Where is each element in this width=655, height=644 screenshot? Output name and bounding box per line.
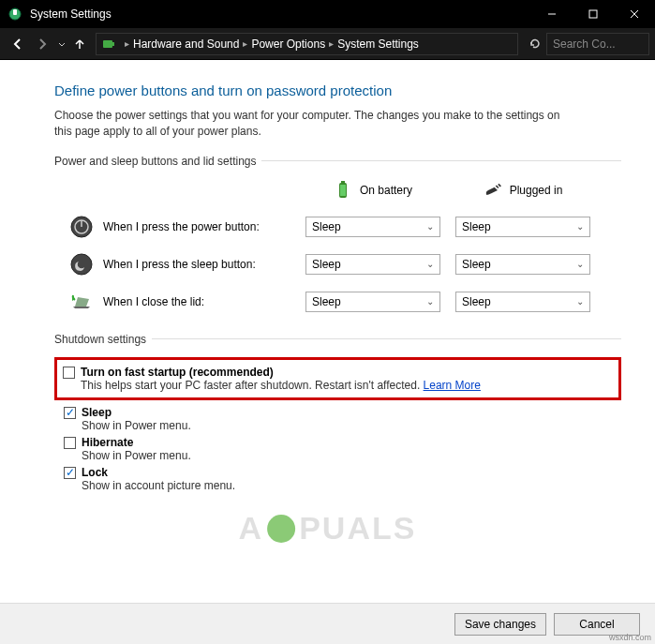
- sleep-option: ✓ Sleep Show in Power menu.: [54, 404, 621, 434]
- breadcrumb-item[interactable]: Power Options: [251, 37, 325, 51]
- battery-icon: [100, 36, 117, 52]
- recent-dropdown[interactable]: [54, 32, 69, 56]
- power-button-battery-select[interactable]: Sleep⌄: [305, 217, 440, 237]
- chevron-down-icon: ⌄: [576, 259, 584, 269]
- row-power-button: When I press the power button:: [54, 215, 298, 239]
- chevron-right-icon: ▸: [243, 38, 247, 49]
- lock-option: ✓ Lock Show in account picture menu.: [54, 464, 621, 494]
- breadcrumb-item[interactable]: Hardware and Sound: [133, 37, 239, 51]
- row-label-text: When I close the lid:: [103, 295, 204, 308]
- fast-startup-option: Turn on fast startup (recommended) This …: [63, 364, 611, 394]
- fast-startup-checkbox[interactable]: [63, 367, 75, 379]
- plug-icon: [484, 179, 502, 202]
- breadcrumb[interactable]: ▸ Hardware and Sound ▸ Power Options ▸ S…: [96, 33, 518, 55]
- lock-description: Show in account picture menu.: [82, 479, 235, 492]
- fast-startup-label: Turn on fast startup (recommended): [81, 366, 481, 379]
- settings-icon: [7, 7, 22, 22]
- column-label: Plugged in: [510, 184, 563, 197]
- chevron-down-icon: ⌄: [576, 221, 584, 232]
- content-area: Define power buttons and turn on passwor…: [0, 60, 655, 603]
- lock-label: Lock: [82, 466, 235, 479]
- sleep-icon: [69, 252, 94, 277]
- chevron-right-icon: ▸: [125, 38, 129, 49]
- minimize-button[interactable]: [531, 0, 573, 28]
- highlight-annotation: Turn on fast startup (recommended) This …: [54, 357, 621, 400]
- breadcrumb-item[interactable]: System Settings: [337, 37, 419, 51]
- save-changes-button[interactable]: Save changes: [454, 613, 546, 636]
- column-label: On battery: [360, 184, 412, 197]
- row-close-lid: When I close the lid:: [54, 290, 298, 314]
- column-on-battery: On battery: [298, 179, 448, 202]
- hibernate-label: Hibernate: [82, 436, 191, 449]
- search-input[interactable]: Search Co...: [546, 33, 649, 55]
- navbar: ▸ Hardware and Sound ▸ Power Options ▸ S…: [0, 28, 655, 60]
- power-button-plugged-select[interactable]: Sleep⌄: [455, 217, 590, 237]
- watermark-logo-icon: [267, 515, 295, 543]
- divider: [152, 338, 621, 339]
- forward-button[interactable]: [30, 32, 54, 56]
- close-button[interactable]: [614, 0, 655, 28]
- power-settings-table: On battery Plugged in When I press the p…: [54, 179, 621, 314]
- lock-checkbox[interactable]: ✓: [64, 467, 76, 479]
- learn-more-link[interactable]: Learn More: [424, 379, 481, 392]
- svg-line-11: [496, 186, 499, 188]
- svg-rect-9: [341, 181, 345, 184]
- maximize-button[interactable]: [573, 0, 614, 28]
- chevron-down-icon: ⌄: [426, 221, 434, 232]
- chevron-down-icon: ⌄: [576, 296, 584, 307]
- lid-plugged-select[interactable]: Sleep⌄: [455, 292, 590, 312]
- sleep-button-plugged-select[interactable]: Sleep⌄: [455, 254, 590, 275]
- section-power-buttons: Power and sleep buttons and lid settings: [54, 155, 621, 168]
- svg-rect-1: [13, 9, 17, 15]
- row-label-text: When I press the power button:: [103, 220, 260, 233]
- battery-icon: [334, 179, 352, 202]
- search-placeholder: Search Co...: [553, 37, 616, 51]
- window-controls: [531, 0, 655, 28]
- divider: [261, 160, 621, 161]
- shutdown-settings: Turn on fast startup (recommended) This …: [54, 357, 621, 494]
- section-head-label: Shutdown settings: [54, 333, 146, 346]
- fast-startup-description: This helps start your PC faster after sh…: [81, 379, 481, 392]
- back-button[interactable]: [6, 32, 30, 56]
- chevron-down-icon: ⌄: [426, 259, 434, 269]
- hibernate-checkbox[interactable]: [64, 437, 76, 449]
- window-title: System Settings: [30, 7, 531, 21]
- cancel-button[interactable]: Cancel: [554, 613, 640, 636]
- svg-rect-7: [112, 42, 114, 46]
- sleep-checkbox[interactable]: ✓: [64, 407, 76, 419]
- laptop-lid-icon: [69, 290, 94, 314]
- row-sleep-button: When I press the sleep button:: [54, 252, 298, 277]
- section-head-label: Power and sleep buttons and lid settings: [54, 155, 256, 168]
- section-shutdown: Shutdown settings: [54, 333, 621, 346]
- hibernate-description: Show in Power menu.: [82, 449, 191, 462]
- power-icon: [69, 215, 94, 239]
- hibernate-option: Hibernate Show in Power menu.: [54, 434, 621, 464]
- refresh-button[interactable]: [524, 37, 546, 51]
- page-description: Choose the power settings that you want …: [54, 108, 560, 140]
- chevron-right-icon: ▸: [329, 38, 334, 49]
- sleep-description: Show in Power menu.: [82, 419, 191, 432]
- svg-rect-3: [589, 10, 597, 18]
- row-label-text: When I press the sleep button:: [103, 258, 256, 271]
- svg-line-12: [498, 184, 500, 187]
- page-title: Define power buttons and turn on passwor…: [54, 82, 621, 98]
- column-plugged-in: Plugged in: [448, 179, 598, 202]
- attribution: wsxdn.com: [609, 633, 651, 642]
- svg-rect-10: [340, 185, 346, 196]
- sleep-button-battery-select[interactable]: Sleep⌄: [305, 254, 440, 275]
- up-button[interactable]: [69, 37, 90, 51]
- titlebar: System Settings: [0, 0, 655, 28]
- footer: Save changes Cancel: [0, 603, 655, 644]
- lid-battery-select[interactable]: Sleep⌄: [305, 292, 440, 312]
- sleep-label: Sleep: [82, 406, 191, 419]
- svg-point-16: [71, 254, 92, 275]
- svg-rect-6: [103, 40, 112, 48]
- chevron-down-icon: ⌄: [426, 296, 434, 307]
- watermark: APUALS: [239, 510, 417, 547]
